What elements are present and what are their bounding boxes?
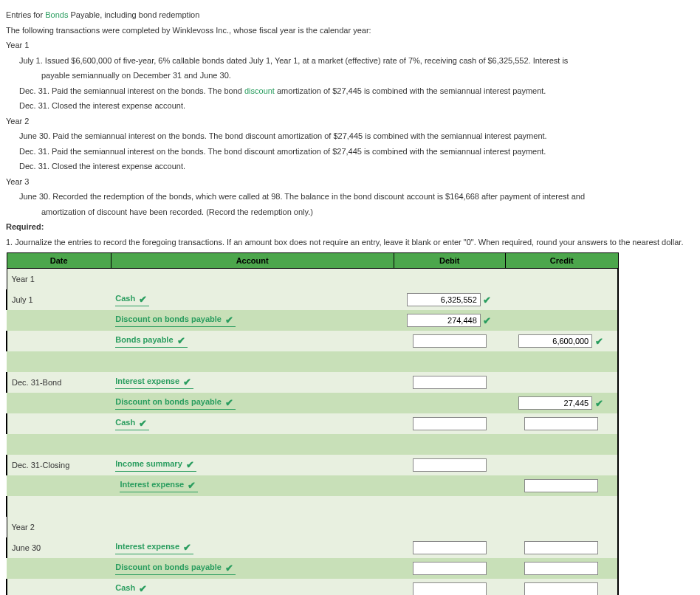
date-cell: June 30 (7, 537, 111, 558)
year1-label: Year 1 (6, 39, 694, 52)
check-icon: ✔ (188, 480, 198, 491)
table-row: Dec. 31-Bond Interest expense ✔ (7, 372, 618, 393)
check-icon: ✔ (139, 294, 149, 305)
table-row: June 30 Interest expense ✔ (7, 537, 618, 558)
check-icon: ✔ (186, 459, 196, 470)
credit-input[interactable] (518, 334, 592, 348)
account-link-cash[interactable]: Cash ✔ (115, 294, 149, 306)
debit-input[interactable] (413, 458, 487, 472)
account-link-interest-expense[interactable]: Interest expense ✔ (115, 542, 193, 554)
th-account: Account (111, 253, 394, 269)
check-icon: ✔ (482, 295, 493, 306)
credit-input[interactable] (524, 479, 598, 492)
section-year2: Year 2 (7, 517, 111, 537)
year2-label: Year 2 (6, 115, 694, 128)
credit-input[interactable] (524, 541, 598, 554)
table-row: Cash ✔ (7, 413, 618, 434)
check-icon: ✔ (183, 542, 193, 553)
y3-jun30-b: amortization of discount have been recor… (41, 206, 694, 219)
credit-input[interactable] (524, 562, 598, 575)
table-row: July 1 Cash ✔ ✔ (7, 289, 618, 310)
account-link-discount[interactable]: Discount on bonds payable ✔ (115, 397, 236, 410)
y2-jun30: June 30. Paid the semiannual interest on… (19, 130, 694, 142)
check-icon: ✔ (177, 335, 188, 346)
debit-input[interactable] (413, 582, 487, 595)
check-icon: ✔ (139, 418, 149, 429)
y2-dec31-b: Dec. 31. Closed the interest expense acc… (19, 160, 694, 173)
check-icon: ✔ (225, 397, 236, 408)
check-icon: ✔ (183, 376, 193, 388)
date-cell: Dec. 31-Closing (7, 455, 111, 475)
th-credit: Credit (505, 253, 618, 269)
table-row: Discount on bonds payable ✔ (7, 558, 618, 579)
debit-input[interactable] (407, 293, 481, 306)
table-row: Discount on bonds payable ✔ ✔ (7, 393, 618, 413)
debit-input[interactable] (413, 562, 487, 575)
debit-input[interactable] (413, 541, 487, 554)
table-row: Bonds payable ✔ ✔ (7, 331, 618, 351)
check-icon: ✔ (139, 583, 149, 594)
debit-input[interactable] (413, 334, 487, 348)
table-row: Dec. 31-Closing Income summary ✔ (7, 455, 618, 475)
debit-input[interactable] (407, 314, 481, 327)
section-year1: Year 1 (7, 269, 111, 290)
credit-input[interactable] (518, 396, 592, 410)
account-link-bondspayable[interactable]: Bonds payable ✔ (115, 335, 187, 348)
table-row: Cash ✔ (7, 579, 618, 595)
y1-jul1-b: payable semiannually on December 31 and … (41, 69, 694, 82)
debit-input[interactable] (413, 417, 487, 430)
table-row: Discount on bonds payable ✔ ✔ (7, 310, 618, 331)
intro-line: The following transactions were complete… (6, 24, 694, 37)
check-icon: ✔ (225, 563, 236, 574)
account-link-cash[interactable]: Cash ✔ (115, 418, 149, 430)
y1-jul1-a: July 1. Issued $6,600,000 of five-year, … (19, 55, 694, 67)
title: Entries for Bonds Payable, including bon… (6, 9, 694, 21)
credit-input[interactable] (524, 582, 598, 595)
account-link-discount[interactable]: Discount on bonds payable ✔ (115, 563, 236, 575)
check-icon: ✔ (225, 314, 236, 326)
check-icon: ✔ (594, 336, 604, 347)
credit-input[interactable] (524, 417, 598, 430)
th-debit: Debit (394, 253, 505, 269)
th-date: Date (7, 253, 111, 269)
required-label: Required: (6, 221, 694, 233)
account-link-discount[interactable]: Discount on bonds payable ✔ (115, 314, 236, 327)
journal-table: Date Account Debit Credit Year 1 July 1 … (6, 252, 619, 595)
debit-input[interactable] (413, 376, 487, 389)
requirement-1: 1. Journalize the entries to record the … (6, 236, 694, 249)
account-link-interest-expense[interactable]: Interest expense ✔ (115, 376, 193, 389)
account-link-interest-expense[interactable]: Interest expense ✔ (120, 480, 198, 492)
year3-label: Year 3 (6, 176, 694, 188)
date-cell: July 1 (7, 289, 111, 310)
table-row: Interest expense ✔ (7, 475, 618, 496)
y2-dec31-a: Dec. 31. Paid the semiannual interest on… (19, 145, 694, 158)
y1-dec31-a: Dec. 31. Paid the semiannual interest on… (19, 85, 694, 97)
y1-dec31-b: Dec. 31. Closed the interest expense acc… (19, 100, 694, 112)
date-cell: Dec. 31-Bond (7, 372, 111, 393)
check-icon: ✔ (482, 315, 493, 326)
account-link-cash[interactable]: Cash ✔ (115, 583, 149, 596)
check-icon: ✔ (594, 398, 604, 409)
y3-jun30-a: June 30. Recorded the redemption of the … (19, 190, 694, 203)
account-link-income-summary[interactable]: Income summary ✔ (115, 459, 196, 472)
